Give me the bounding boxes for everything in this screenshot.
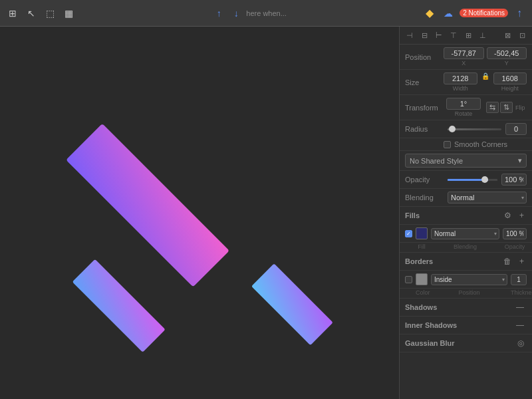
border-thickness-input[interactable] — [511, 274, 527, 285]
border-check-sublabel — [405, 289, 412, 296]
radius-row: Radius — [400, 120, 532, 138]
y-input[interactable] — [487, 47, 527, 59]
sketch-icon[interactable]: ◆ — [422, 6, 437, 21]
borders-add-icon[interactable]: + — [517, 256, 527, 267]
fill-blend-select[interactable]: Normal — [431, 228, 499, 239]
shape-container — [0, 27, 399, 399]
border-thickness-sublabel: Thickness — [511, 289, 527, 296]
notifications[interactable]: 2 Notifications — [460, 9, 508, 17]
gaussian-blur-section-header[interactable]: Gaussian Blur ◎ — [400, 334, 532, 352]
borders-actions: 🗑 + — [501, 256, 527, 267]
inner-shadows-actions: — — [513, 320, 527, 331]
size-inputs: Width 🔒 Height — [444, 72, 527, 92]
inner-shadows-section-title: Inner Shadows — [405, 321, 513, 329]
shared-style-row: No Shared Style ▾ — [400, 151, 532, 171]
select-icon[interactable]: ⬚ — [43, 6, 57, 21]
export-icon[interactable]: ↑ — [512, 6, 527, 21]
canvas[interactable] — [0, 27, 399, 399]
inner-shadows-collapse-icon[interactable]: — — [513, 320, 527, 331]
fill-check-sublabel — [405, 243, 412, 250]
x-input-group: X — [444, 47, 484, 66]
shadows-actions: — — [513, 302, 527, 313]
align-center-h-icon[interactable]: ⊟ — [418, 29, 430, 41]
gaussian-blur-icon[interactable]: ◎ — [515, 338, 527, 348]
radius-slider[interactable] — [448, 128, 501, 130]
smooth-corners-label: Smooth Corners — [454, 140, 507, 148]
border-color-sublabel: Color — [416, 289, 428, 296]
flip-h-icon[interactable]: ⇆ — [486, 102, 499, 113]
shape-small-left[interactable] — [72, 259, 166, 352]
shape-large[interactable] — [66, 124, 229, 287]
position-row: Position X Y — [400, 45, 532, 70]
align-bottom-icon[interactable]: ⊥ — [477, 29, 489, 41]
smooth-corners-checkbox[interactable] — [444, 141, 451, 148]
height-sublabel: Height — [493, 85, 527, 92]
lock-icon[interactable]: 🔒 — [480, 72, 491, 92]
toolbar-center: ↑ ↓ here when... — [211, 6, 287, 21]
fills-section-title: Fills — [405, 211, 501, 219]
height-input[interactable] — [493, 72, 527, 84]
inner-shadows-section-header[interactable]: Inner Shadows — — [400, 317, 532, 334]
fill-opacity-sublabel: Opacity — [503, 243, 527, 250]
group-icon[interactable]: ▦ — [61, 6, 76, 21]
distribute-h-icon[interactable]: ⊠ — [501, 29, 513, 41]
fill-color-swatch[interactable] — [416, 227, 428, 239]
smooth-corners-row: Smooth Corners — [400, 138, 532, 151]
move-icon[interactable]: ↖ — [24, 6, 39, 21]
cloud-icon[interactable]: ☁ — [441, 6, 456, 21]
border-enabled-checkbox[interactable] — [405, 276, 412, 283]
rotate-input[interactable] — [446, 98, 481, 110]
radius-input[interactable] — [505, 123, 527, 135]
fill-enabled-checkbox[interactable]: ✓ — [405, 230, 412, 237]
border-position-sublabel: Position — [431, 289, 507, 296]
size-label: Size — [405, 78, 444, 86]
opacity-input[interactable] — [501, 174, 527, 186]
border-sublabels-row: Color Position Thickness — [400, 289, 532, 299]
gaussian-blur-section-title: Gaussian Blur — [405, 339, 515, 347]
y-input-group: Y — [487, 47, 527, 66]
main-area: ⊣ ⊟ ⊢ ⊤ ⊞ ⊥ ⊠ ⊡ Position X Y — [0, 27, 532, 399]
borders-trash-icon[interactable]: 🗑 — [501, 256, 514, 267]
grid-icon[interactable]: ⊞ — [5, 6, 20, 21]
download-icon[interactable]: ↓ — [229, 6, 243, 21]
align-center-v-icon[interactable]: ⊞ — [462, 29, 474, 41]
notification-badge: 2 Notifications — [460, 9, 508, 17]
shadows-section-header[interactable]: Shadows — — [400, 299, 532, 317]
radius-thumb[interactable] — [449, 126, 456, 132]
border-color-swatch[interactable] — [416, 273, 428, 285]
transform-label: Transform — [405, 104, 444, 112]
x-input[interactable] — [444, 47, 484, 59]
border-position-select[interactable]: Inside Outside Center — [431, 274, 507, 285]
border-position-select-wrap: Inside Outside Center ▾ — [431, 274, 507, 285]
blending-row: Blending Normal Multiply Screen Overlay … — [400, 189, 532, 207]
borders-section-header[interactable]: Borders 🗑 + — [400, 253, 532, 271]
width-sublabel: Width — [444, 85, 477, 92]
fills-add-icon[interactable]: + — [517, 210, 527, 221]
flip-sublabel: Flip — [515, 104, 525, 111]
opacity-label: Opacity — [405, 176, 444, 184]
fill-opacity-input[interactable] — [503, 228, 527, 239]
shadows-collapse-icon[interactable]: — — [513, 302, 527, 313]
opacity-thumb[interactable] — [481, 176, 488, 183]
shared-style-select[interactable]: No Shared Style ▾ — [405, 154, 527, 168]
align-right-icon[interactable]: ⊢ — [433, 29, 445, 41]
align-left-icon[interactable]: ⊣ — [404, 29, 416, 41]
blending-select[interactable]: Normal Multiply Screen Overlay — [448, 192, 527, 203]
position-inputs: X Y — [444, 47, 527, 66]
upload-icon[interactable]: ↑ — [211, 6, 226, 21]
blending-select-wrap: Normal Multiply Screen Overlay ▾ — [448, 192, 527, 203]
width-input[interactable] — [444, 72, 477, 84]
fills-settings-icon[interactable]: ⚙ — [501, 210, 514, 221]
fills-actions: ⚙ + — [501, 210, 527, 221]
align-top-icon[interactable]: ⊤ — [448, 29, 460, 41]
borders-section-title: Borders — [405, 257, 501, 265]
rotate-input-wrap: Rotate — [446, 98, 481, 117]
opacity-slider[interactable] — [448, 179, 497, 181]
distribute-v-icon[interactable]: ⊡ — [516, 29, 528, 41]
shape-small-right[interactable] — [251, 263, 333, 345]
shadows-section-title: Shadows — [405, 303, 513, 311]
flip-v-icon[interactable]: ⇅ — [500, 102, 513, 113]
fill-blend-select-wrap: Normal ▾ — [431, 228, 499, 239]
fills-section-header[interactable]: Fills ⚙ + — [400, 207, 532, 225]
fill-item-row: ✓ Normal ▾ — [400, 225, 532, 243]
